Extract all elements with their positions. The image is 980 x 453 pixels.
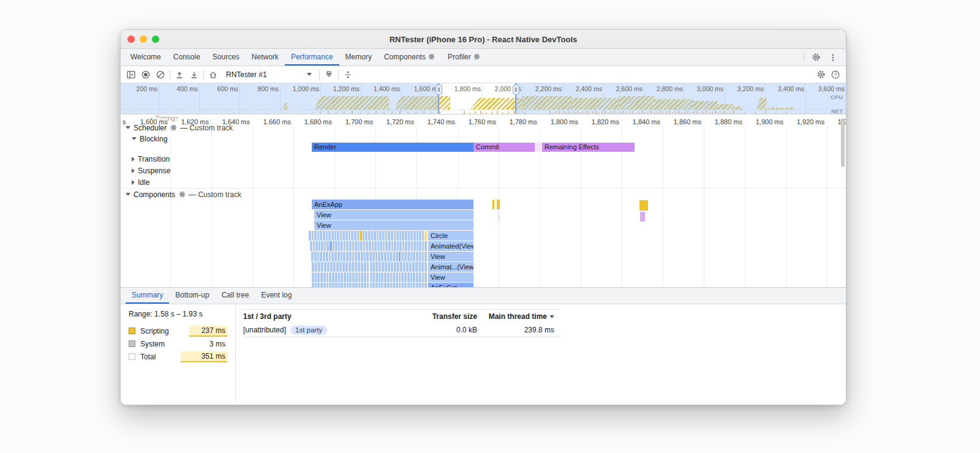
flame-segment[interactable]: [375, 272, 378, 282]
flame-bar[interactable]: Animated(View): [428, 241, 473, 251]
selection-handle-left-grip[interactable]: [435, 84, 442, 95]
flame-segment[interactable]: [346, 241, 349, 251]
save-profile-icon[interactable]: [189, 69, 200, 80]
flame-segment[interactable]: [424, 252, 427, 261]
clear-icon[interactable]: [155, 69, 166, 80]
flame-segment[interactable]: [347, 272, 349, 282]
flame-segment[interactable]: [352, 262, 354, 272]
flame-segment[interactable]: [314, 231, 317, 241]
flame-segment[interactable]: [326, 241, 329, 251]
col-main-thread-time-header[interactable]: Main thread time: [477, 312, 554, 321]
flame-segment[interactable]: [361, 252, 363, 261]
tab-sources[interactable]: Sources: [206, 49, 246, 66]
flame-segment[interactable]: [355, 272, 358, 282]
flame-segment[interactable]: [381, 272, 383, 282]
track-transition[interactable]: Transition: [132, 154, 170, 163]
flame-segment[interactable]: [405, 241, 407, 251]
flame-segment[interactable]: [339, 262, 342, 272]
flame-segment[interactable]: [375, 262, 378, 272]
flame-segment[interactable]: [410, 231, 413, 241]
flame-segment[interactable]: [419, 241, 421, 251]
blocking-bar[interactable]: [535, 143, 542, 152]
flame-segment[interactable]: [344, 241, 346, 251]
flame-segment[interactable]: [421, 262, 424, 272]
details-tab-summary[interactable]: Summary: [126, 288, 169, 304]
flame-segment[interactable]: [318, 241, 321, 251]
flame-segment[interactable]: [360, 241, 363, 251]
flame-segment[interactable]: [417, 231, 419, 241]
details-tab-bottom-up[interactable]: Bottom-up: [169, 288, 215, 304]
timeline-overview[interactable]: 200 ms400 ms600 ms800 ms1,000 ms1,200 ms…: [121, 83, 846, 114]
flame-segment[interactable]: [352, 241, 355, 251]
flame-segment[interactable]: [326, 272, 329, 282]
flame-segment[interactable]: [330, 241, 332, 251]
flame-segment[interactable]: [345, 231, 348, 241]
flame-segment[interactable]: [338, 241, 341, 251]
details-tab-event-log[interactable]: Event log: [255, 288, 298, 304]
flame-segment[interactable]: [366, 241, 368, 251]
flame-segment[interactable]: [334, 252, 337, 261]
flame-segment[interactable]: [387, 252, 390, 261]
flame-segment[interactable]: [412, 262, 415, 272]
flame-segment[interactable]: [341, 252, 343, 261]
flame-segment[interactable]: [377, 231, 379, 241]
flame-segment[interactable]: [419, 272, 421, 282]
flame-segment[interactable]: [317, 252, 320, 261]
flame-segment[interactable]: [355, 262, 357, 272]
flame-segment[interactable]: [424, 272, 427, 282]
flame-segment[interactable]: [321, 262, 323, 272]
timeline-flame-chart[interactable]: ▸ Timingss1,600 ms1,620 ms1,640 ms1,660 …: [121, 114, 846, 290]
flame-segment[interactable]: [363, 231, 365, 241]
flame-segment[interactable]: [358, 262, 360, 272]
flame-segment[interactable]: [413, 241, 416, 251]
flame-segment[interactable]: [323, 272, 326, 282]
flame-segment[interactable]: [321, 241, 323, 251]
flame-segment[interactable]: [382, 231, 385, 241]
flame-segment[interactable]: [331, 231, 334, 241]
flame-segment[interactable]: [372, 272, 375, 282]
flame-segment[interactable]: [402, 231, 404, 241]
flame-bar[interactable]: View: [428, 252, 473, 261]
flame-segment[interactable]: [388, 262, 390, 272]
flame-segment[interactable]: [413, 231, 416, 241]
flame-bar[interactable]: Circle: [428, 231, 473, 241]
flame-segment[interactable]: [364, 252, 366, 261]
flame-segment[interactable]: [408, 241, 410, 251]
flame-segment[interactable]: [394, 241, 396, 251]
flame-segment[interactable]: [372, 252, 375, 261]
flame-segment[interactable]: [349, 272, 352, 282]
table-row[interactable]: [unattributed] 1st party 0.0 kB 239.8 ms: [243, 323, 560, 337]
flame-segment[interactable]: [334, 231, 337, 241]
flame-segment[interactable]: [424, 231, 427, 241]
track-scheduler[interactable]: Scheduler— Custom track: [126, 123, 233, 132]
flame-segment[interactable]: [357, 231, 360, 241]
flame-segment[interactable]: [367, 262, 369, 272]
flame-segment[interactable]: [424, 241, 427, 251]
flame-bar[interactable]: AnExApp: [312, 200, 473, 209]
flame-segment[interactable]: [422, 241, 424, 251]
flame-segment[interactable]: [370, 262, 372, 272]
flame-segment[interactable]: [349, 252, 352, 261]
flame-segment[interactable]: [393, 252, 395, 261]
flame-segment[interactable]: [358, 252, 360, 261]
flame-segment[interactable]: [410, 252, 413, 261]
flame-segment[interactable]: [400, 262, 402, 272]
flame-segment[interactable]: [313, 241, 315, 251]
flame-segment[interactable]: [379, 262, 381, 272]
flame-segment[interactable]: [417, 241, 419, 251]
flame-bar[interactable]: Animat...(View): [428, 262, 473, 272]
flame-segment[interactable]: [328, 231, 331, 241]
vertical-scrollbar[interactable]: [841, 118, 845, 167]
capture-settings-gear-icon[interactable]: [815, 69, 826, 80]
flame-segment[interactable]: [405, 231, 407, 241]
flame-segment[interactable]: [404, 272, 407, 282]
flame-segment[interactable]: [349, 262, 351, 272]
flame-segment[interactable]: [413, 272, 415, 282]
flame-segment[interactable]: [355, 252, 357, 261]
flame-segment[interactable]: [411, 241, 413, 251]
flame-segment[interactable]: [336, 262, 339, 272]
flame-segment[interactable]: [413, 252, 415, 261]
flame-segment[interactable]: [404, 252, 407, 261]
track-components[interactable]: Components— Custom track: [126, 190, 241, 199]
home-icon[interactable]: [208, 69, 219, 80]
